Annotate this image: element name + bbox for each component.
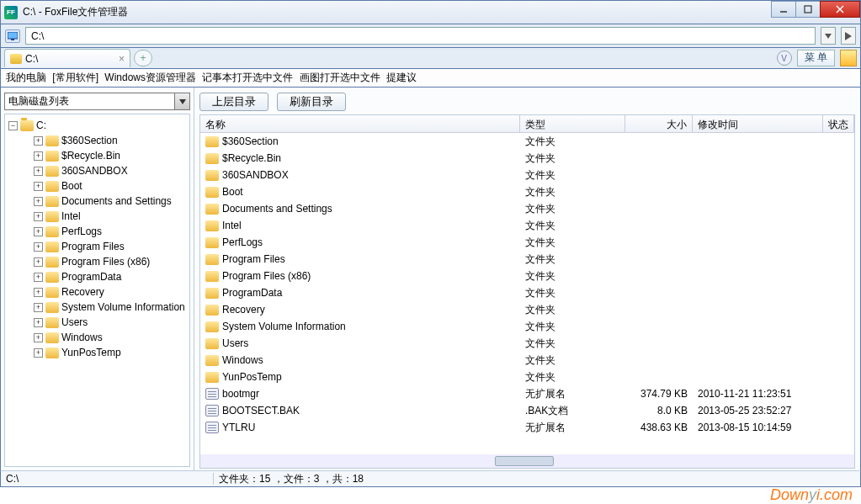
tree-root[interactable]: − C: — [8, 118, 188, 133]
address-go-button[interactable] — [841, 27, 856, 45]
tree-item[interactable]: +$360Section — [34, 133, 188, 148]
expand-icon[interactable]: + — [34, 348, 43, 358]
address-dropdown-button[interactable] — [821, 27, 836, 45]
tree-item[interactable]: +Intel — [34, 209, 188, 224]
cell-mtime — [693, 375, 823, 379]
tree-item[interactable]: +PerfLogs — [34, 224, 188, 239]
list-row[interactable]: Boot文件夹 — [200, 183, 854, 200]
tree-item[interactable]: +System Volume Information — [34, 300, 188, 315]
list-row[interactable]: $Recycle.Bin文件夹 — [200, 150, 854, 167]
menu-button[interactable]: 菜 单 — [797, 50, 835, 66]
titlebar[interactable]: FF C:\ - FoxFile文件管理器 — [0, 0, 861, 24]
list-row[interactable]: ProgramData文件夹 — [200, 284, 854, 301]
tab-close-icon[interactable]: × — [119, 53, 125, 65]
link-suggest[interactable]: 提建议 — [386, 71, 417, 85]
svg-rect-5 — [11, 39, 14, 40]
col-name[interactable]: 名称 — [200, 115, 520, 132]
tree-item[interactable]: +$Recycle.Bin — [34, 148, 188, 163]
list-row[interactable]: Program Files文件夹 — [200, 251, 854, 268]
link-notepad-open[interactable]: 记事本打开选中文件 — [202, 71, 293, 85]
cell-size — [625, 308, 693, 311]
horizontal-scrollbar[interactable] — [200, 454, 854, 468]
grid-button[interactable] — [840, 50, 857, 66]
disk-list-combo[interactable]: 电脑磁盘列表 — [4, 93, 190, 110]
chevron-down-icon[interactable] — [174, 93, 189, 109]
tree-item[interactable]: +360SANDBOX — [34, 163, 188, 178]
tree-item[interactable]: +Documents and Settings — [34, 194, 188, 209]
list-row[interactable]: Users文件夹 — [200, 335, 854, 352]
v-button[interactable]: V — [777, 50, 792, 66]
tree-item[interactable]: +Users — [34, 315, 188, 330]
list-row[interactable]: Windows文件夹 — [200, 352, 854, 369]
collapse-icon[interactable]: − — [8, 121, 18, 130]
cell-name: System Volume Information — [200, 319, 520, 334]
expand-icon[interactable]: + — [34, 288, 43, 297]
app-icon: FF — [4, 6, 18, 19]
list-row[interactable]: PerfLogs文件夹 — [200, 234, 854, 251]
cell-type: 文件夹 — [520, 369, 625, 386]
link-paint-open[interactable]: 画图打开选中文件 — [300, 71, 380, 85]
folder-icon — [205, 321, 219, 332]
list-row[interactable]: $360Section文件夹 — [200, 133, 854, 150]
list-header[interactable]: 名称 类型 大小 修改时间 状态 — [200, 115, 854, 133]
link-explorer[interactable]: Windows资源管理器 — [104, 71, 196, 85]
expand-icon[interactable]: + — [34, 151, 43, 161]
cell-size — [625, 190, 693, 194]
tree-item[interactable]: +ProgramData — [34, 269, 188, 284]
list-row[interactable]: Recovery文件夹 — [200, 301, 854, 318]
list-body[interactable]: $360Section文件夹$Recycle.Bin文件夹360SANDBOX文… — [200, 133, 854, 454]
expand-icon[interactable]: + — [34, 303, 43, 312]
expand-icon[interactable]: + — [34, 273, 43, 282]
col-type[interactable]: 类型 — [520, 115, 625, 132]
list-row[interactable]: YTLRU无扩展名438.63 KB2013-08-15 10:14:59 — [200, 419, 854, 436]
col-mtime[interactable]: 修改时间 — [693, 115, 823, 132]
expand-icon[interactable]: + — [34, 257, 43, 267]
col-size[interactable]: 大小 — [625, 115, 693, 132]
tree-item[interactable]: +Program Files (x86) — [34, 254, 188, 269]
expand-icon[interactable]: + — [34, 242, 43, 252]
list-row[interactable]: System Volume Information文件夹 — [200, 318, 854, 335]
maximize-button[interactable] — [795, 1, 821, 18]
address-input[interactable] — [25, 27, 816, 45]
tree-item[interactable]: +Windows — [34, 330, 188, 345]
tree-item[interactable]: +Recovery — [34, 284, 188, 300]
close-button[interactable] — [820, 1, 860, 18]
tree-item-label: $360Section — [61, 135, 118, 146]
expand-icon[interactable]: + — [34, 136, 43, 146]
cell-name: Recovery — [200, 302, 520, 317]
expand-icon[interactable]: + — [34, 182, 43, 191]
list-row[interactable]: 360SANDBOX文件夹 — [200, 167, 854, 183]
tab-active[interactable]: C:\ × — [4, 49, 130, 67]
minimize-button[interactable] — [771, 1, 796, 18]
expand-icon[interactable]: + — [34, 227, 43, 236]
cell-type: 文件夹 — [520, 217, 625, 235]
list-row[interactable]: bootmgr无扩展名374.79 KB2010-11-21 11:23:51 — [200, 385, 854, 402]
tree-item[interactable]: +Boot — [34, 178, 188, 194]
expand-icon[interactable]: + — [34, 197, 43, 206]
up-dir-button[interactable]: 上层目录 — [199, 93, 268, 111]
expand-icon[interactable]: + — [34, 318, 43, 327]
list-row[interactable]: Program Files (x86)文件夹 — [200, 268, 854, 284]
tree-item[interactable]: +Program Files — [34, 239, 188, 254]
col-status[interactable]: 状态 — [823, 115, 854, 132]
folder-tree[interactable]: − C: +$360Section+$Recycle.Bin+360SANDBO… — [4, 114, 190, 467]
new-tab-button[interactable]: + — [134, 50, 152, 66]
list-row[interactable]: Intel文件夹 — [200, 217, 854, 234]
expand-icon[interactable]: + — [34, 333, 43, 342]
link-common-software[interactable]: [常用软件] — [52, 71, 98, 85]
link-mycomputer[interactable]: 我的电脑 — [6, 71, 46, 85]
folder-icon — [205, 220, 219, 231]
list-row[interactable]: BOOTSECT.BAK.BAK文档8.0 KB2013-05-25 23:52… — [200, 402, 854, 419]
cell-name: Program Files — [200, 252, 520, 267]
expand-icon[interactable]: + — [34, 212, 43, 221]
tree-item-label: ProgramData — [61, 271, 121, 283]
cell-size — [625, 173, 693, 177]
folder-icon — [45, 257, 59, 268]
refresh-button[interactable]: 刷新目录 — [277, 93, 346, 111]
list-row[interactable]: YunPosTemp文件夹 — [200, 369, 854, 385]
list-row[interactable]: Documents and Settings文件夹 — [200, 200, 854, 217]
tree-item-label: Program Files (x86) — [61, 256, 150, 268]
expand-icon[interactable]: + — [34, 167, 43, 176]
scrollbar-thumb[interactable] — [495, 456, 554, 466]
tree-item[interactable]: +YunPosTemp — [34, 345, 188, 360]
